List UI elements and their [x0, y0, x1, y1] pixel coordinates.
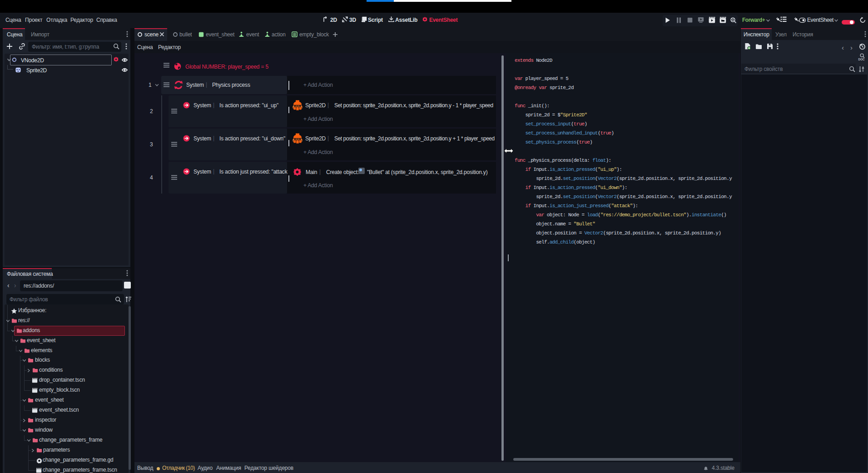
svg-text:DOC: DOC [858, 58, 865, 61]
